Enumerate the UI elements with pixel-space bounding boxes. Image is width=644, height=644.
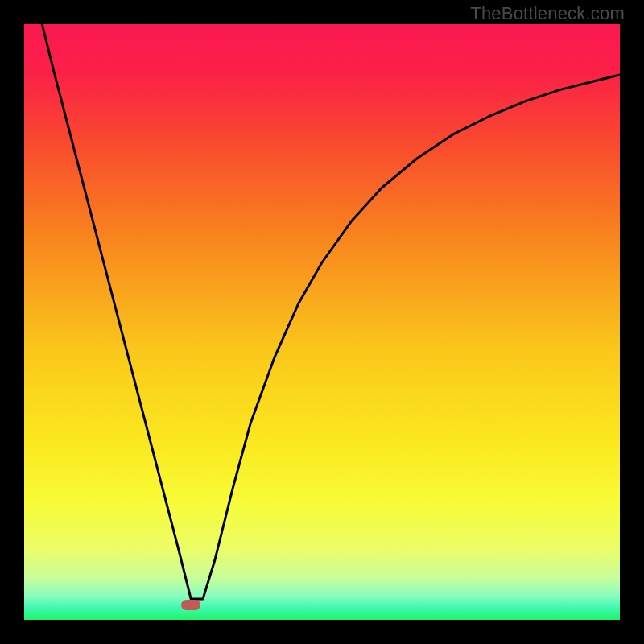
chart-frame: TheBottleneck.com	[0, 0, 644, 644]
watermark-text: TheBottleneck.com	[470, 3, 625, 24]
minimum-marker	[181, 600, 200, 610]
plot-area	[24, 24, 620, 620]
bottleneck-curve	[24, 24, 620, 620]
